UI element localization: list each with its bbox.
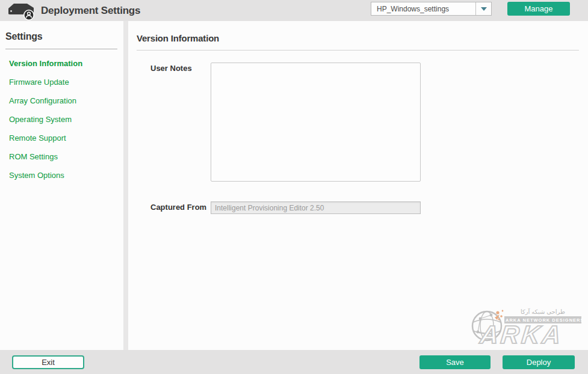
user-notes-row: User Notes — [150, 63, 579, 182]
panel-title: Version Information — [137, 33, 579, 43]
bottom-bar: Exit Save Deploy — [0, 350, 588, 374]
user-notes-label: User Notes — [150, 63, 211, 182]
panel-divider — [137, 50, 579, 51]
captured-from-label: Captured From — [150, 201, 211, 214]
content-area: Settings Version Information Firmware Up… — [0, 21, 588, 350]
captured-from-input — [211, 201, 421, 214]
top-bar: Deployment Settings HP_Windows_settings … — [0, 0, 588, 21]
save-button[interactable]: Save — [419, 355, 491, 369]
sidebar-item-version-information[interactable]: Version Information — [9, 54, 123, 73]
settings-profile-value: HP_Windows_settings — [371, 5, 475, 13]
sidebar-item-array-configuration[interactable]: Array Configuration — [9, 91, 123, 110]
sidebar-item-remote-support[interactable]: Remote Support — [9, 129, 123, 147]
sidebar-item-rom-settings[interactable]: ROM Settings — [9, 147, 123, 166]
sidebar-title: Settings — [5, 31, 123, 42]
settings-profile-dropdown[interactable]: HP_Windows_settings — [371, 2, 492, 16]
settings-sidebar: Settings Version Information Firmware Up… — [0, 21, 123, 350]
sidebar-item-operating-system[interactable]: Operating System — [9, 110, 123, 129]
chevron-down-icon — [475, 2, 491, 15]
sidebar-item-firmware-update[interactable]: Firmware Update — [9, 73, 123, 91]
server-user-icon — [6, 1, 36, 20]
manage-button[interactable]: Manage — [507, 2, 570, 16]
deploy-button[interactable]: Deploy — [503, 355, 575, 369]
captured-from-row: Captured From — [150, 201, 579, 214]
sidebar-divider — [5, 49, 117, 49]
page-title: Deployment Settings — [41, 5, 140, 17]
user-notes-textarea[interactable] — [211, 63, 421, 182]
sidebar-item-system-options[interactable]: System Options — [9, 166, 123, 185]
version-information-panel: Version Information User Notes Captured … — [128, 21, 588, 350]
sidebar-nav: Version Information Firmware Update Arra… — [0, 54, 123, 185]
version-information-form: User Notes Captured From — [150, 63, 579, 214]
sidebar-main-divider — [123, 21, 128, 350]
deployment-settings-window: Deployment Settings HP_Windows_settings … — [0, 0, 588, 374]
exit-button[interactable]: Exit — [12, 355, 84, 369]
